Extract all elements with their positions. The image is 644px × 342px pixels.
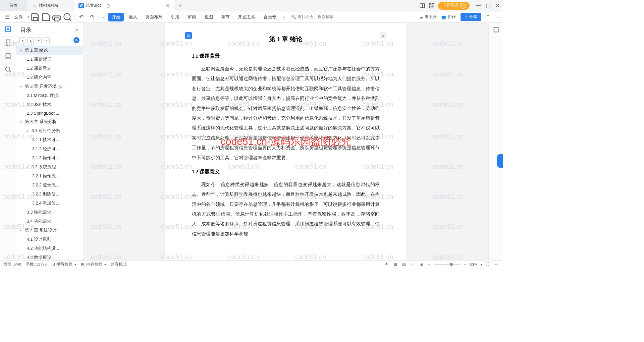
outline-remove[interactable]: −: [44, 37, 50, 43]
tab-close-icon[interactable]: ✕: [166, 3, 170, 8]
ribbon-more-icon[interactable]: ⋯: [495, 14, 500, 20]
ribbon-tab-member[interactable]: 会员专: [260, 13, 280, 21]
tab-home[interactable]: 首页: [0, 0, 27, 11]
outline-item[interactable]: 1.3 研究内容: [16, 73, 83, 82]
outline-item[interactable]: 3.1.2 经济可...: [16, 145, 83, 154]
svg-line-8: [69, 19, 71, 20]
status-page[interactable]: 页面: 6/40: [3, 262, 21, 267]
shield-icon: ⛨: [81, 263, 85, 267]
outline-item[interactable]: 3.2.4 添加信...: [16, 199, 83, 208]
view-outline-icon[interactable]: ▭: [411, 262, 416, 267]
print-icon[interactable]: [52, 12, 61, 22]
outline-item[interactable]: ▾第 4 章 系统设计: [16, 226, 83, 235]
eye-icon[interactable]: 👁: [385, 262, 390, 267]
outline-item[interactable]: 3.1.3 操作可...: [16, 154, 83, 163]
zoom-slider[interactable]: [434, 264, 461, 265]
status-spellcheck[interactable]: ☑拼写检查▾: [51, 262, 76, 267]
zoom-out-icon[interactable]: −: [428, 263, 431, 267]
ribbon-tab-review[interactable]: 审阅: [184, 13, 200, 21]
view-read-icon[interactable]: ▣: [420, 262, 425, 267]
cloud-status[interactable]: ☁未上云: [419, 14, 437, 20]
ribbon-tab-view[interactable]: 视图: [201, 13, 216, 21]
cloud-icon: ☁: [419, 15, 423, 19]
pages-panel-icon[interactable]: [4, 39, 12, 46]
outline-item[interactable]: 3.3 性能需求: [16, 208, 83, 217]
status-content-check[interactable]: ⛨内容检查▾: [81, 262, 106, 267]
outline-item[interactable]: 3.2.3 删除信...: [16, 190, 83, 199]
outline-item[interactable]: ▾第 2 章 开发环境与...: [16, 82, 83, 91]
preview-icon[interactable]: [63, 12, 72, 22]
document-viewport[interactable]: ▤ ≡ 第 1 章 绪论 1.1 课题背景 互联网发展至今，无论是其理论还是技术…: [83, 23, 488, 260]
save-as-icon[interactable]: [41, 12, 51, 22]
ribbon-tab-insert[interactable]: 插入: [125, 13, 141, 21]
outline-item[interactable]: ▾3.1 可行性分析: [16, 126, 83, 135]
outline-panel-icon[interactable]: [4, 25, 12, 33]
fit-icon[interactable]: ⊹: [494, 262, 500, 267]
layout-icon[interactable]: [419, 3, 425, 9]
outline-item[interactable]: ▾3.2 系统流程: [16, 163, 83, 172]
outline-item[interactable]: 4.3 数据库设...: [16, 253, 83, 260]
outline-item[interactable]: 2.1 MYSQL 数据...: [16, 91, 83, 100]
redo-icon[interactable]: ↷: [87, 12, 97, 22]
outline-item[interactable]: 2.2 JSP 技术: [16, 100, 83, 109]
tab-expand-icon[interactable]: ▢: [106, 3, 110, 8]
status-compat[interactable]: 兼容模式: [111, 262, 127, 267]
zoom-value[interactable]: 80%: [470, 263, 477, 267]
tab-document-label: 论文.doc: [86, 3, 102, 8]
outline-item[interactable]: 1.1 课题背景: [16, 55, 83, 64]
apps-icon[interactable]: [429, 3, 435, 9]
bookmark-icon[interactable]: [4, 52, 12, 60]
outline-item[interactable]: 4.2 功能结构设...: [16, 244, 83, 253]
task-pane-icon[interactable]: [492, 26, 500, 34]
ribbon-tab-start[interactable]: 开始: [108, 13, 124, 21]
outline-item[interactable]: 3.2.1 操作流...: [16, 172, 83, 181]
ribbon-tab-devtools[interactable]: 开发工具: [234, 13, 259, 21]
undo-icon[interactable]: ↶: [76, 12, 86, 22]
new-tab-button[interactable]: +: [174, 2, 186, 9]
view-web-icon[interactable]: ▤: [402, 262, 408, 267]
ribbon-nav-left-icon[interactable]: ‹: [101, 14, 107, 20]
outline-expand-all[interactable]: ▴: [28, 37, 34, 43]
outline-collapse-all[interactable]: ▾: [19, 37, 25, 43]
search-panel-icon[interactable]: [4, 66, 12, 73]
ribbon-nav-right-icon[interactable]: ›: [281, 14, 287, 20]
outline-item[interactable]: 3.2.2 登录流...: [16, 181, 83, 190]
save-icon[interactable]: [31, 12, 40, 22]
tab-template[interactable]: ♨ 找稻壳模板: [27, 0, 74, 11]
status-words[interactable]: 字数: 11796: [26, 262, 47, 267]
outline-close-icon[interactable]: ✕: [75, 27, 79, 33]
right-sidebar: [488, 23, 503, 260]
outline-item[interactable]: 4.1 设计原则: [16, 235, 83, 244]
tab-document[interactable]: W 论文.doc ▢ ✕: [74, 0, 174, 11]
menu-icon[interactable]: ☰: [3, 12, 12, 22]
ribbon-tab-section[interactable]: 章节: [218, 13, 233, 21]
ribbon-tab-layout[interactable]: 页面布局: [142, 13, 166, 21]
outline-add[interactable]: +: [36, 37, 42, 43]
share-icon: ⇪: [465, 15, 468, 19]
outline-item[interactable]: 2.3 SpringBoot ...: [16, 109, 83, 117]
ribbon-collapse-icon[interactable]: ⌃: [486, 14, 490, 20]
ribbon-search[interactable]: 🔍 查找命令、搜索模板: [291, 14, 341, 20]
outline-item[interactable]: 3.4 功能需求: [16, 217, 83, 226]
page-tool-left-icon[interactable]: ▤: [185, 32, 192, 39]
outline-sync-icon[interactable]: ⟳: [73, 37, 79, 43]
title-tab-bar: 首页 ♨ 找稻壳模板 W 论文.doc ▢ ✕ + 立即登录 — ▢ ✕: [0, 0, 503, 11]
float-tab[interactable]: [497, 154, 503, 168]
outline-item[interactable]: ▾第 3 章 系统分析: [16, 117, 83, 126]
file-menu[interactable]: 文件: [13, 13, 26, 21]
zoom-in-icon[interactable]: +: [464, 263, 466, 267]
minimize-icon[interactable]: —: [476, 2, 481, 9]
collab-button[interactable]: 👥协作: [441, 14, 456, 20]
close-window-icon[interactable]: ✕: [495, 2, 500, 9]
ribbon-tab-reference[interactable]: 引用: [167, 13, 183, 21]
share-button[interactable]: ⇪分享: [461, 13, 481, 21]
maximize-icon[interactable]: ▢: [486, 2, 491, 9]
page-tool-right-icon[interactable]: ≡: [380, 32, 386, 39]
view-page-icon[interactable]: ▦: [393, 262, 399, 267]
fullscreen-icon[interactable]: ⛶: [486, 262, 491, 267]
svg-rect-3: [432, 3, 434, 5]
outline-item[interactable]: ▾第 1 章 绪论: [16, 46, 83, 55]
outline-item[interactable]: 3.1.1 技术可...: [16, 135, 83, 145]
outline-item[interactable]: 1.2 课题意义: [16, 64, 83, 73]
login-button[interactable]: 立即登录: [438, 2, 470, 10]
